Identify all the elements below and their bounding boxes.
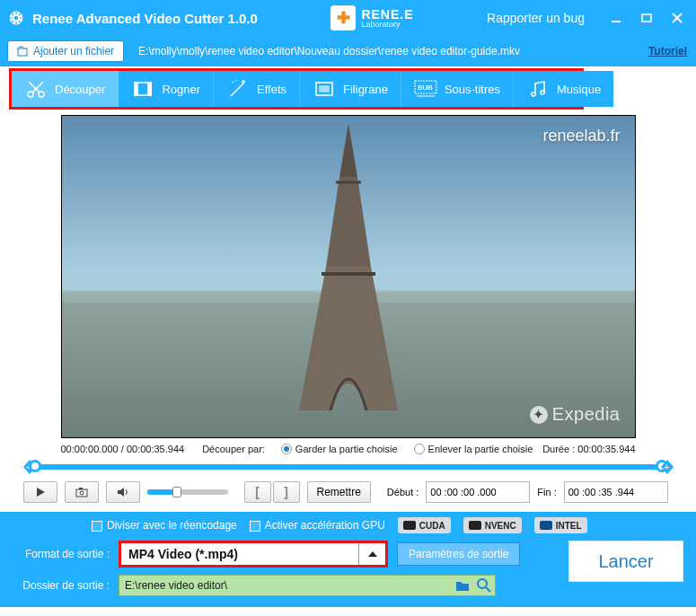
- open-folder-icon[interactable]: [473, 575, 495, 596]
- output-format-value: MP4 Video (*.mp4): [121, 547, 358, 561]
- main-area: reneelab.fr ✦ Expedia 00:00:00.000 / 00:…: [0, 111, 696, 503]
- tab-crop[interactable]: Rogner: [119, 71, 214, 107]
- tab-cut[interactable]: Découper: [12, 71, 119, 107]
- radio-remove[interactable]: Enlever la partie choisie: [414, 444, 533, 454]
- tutorial-link[interactable]: Tutoriel: [648, 45, 687, 57]
- svg-marker-27: [37, 488, 45, 497]
- checkbox-split-reencode[interactable]: Diviser avec le réencodage: [92, 519, 237, 532]
- svg-line-34: [486, 587, 490, 592]
- badge-intel: INTEL: [534, 517, 587, 533]
- tab-subtitles-label: Sous-titres: [445, 83, 500, 96]
- watermark-icon: [313, 77, 336, 101]
- add-file-icon: [17, 46, 28, 57]
- nvidia-icon: [469, 521, 481, 530]
- brand-logo: ✚ RENE.E Laboratory: [330, 5, 413, 31]
- start-time-input[interactable]: [426, 481, 530, 503]
- add-file-button[interactable]: Ajouter un fichier: [7, 40, 124, 62]
- start-label: Début :: [387, 487, 418, 497]
- app-icon: [7, 9, 25, 27]
- output-folder-row: Dossier de sortie : E:\renee video edito…: [13, 575, 559, 596]
- svg-text:SUB: SUB: [418, 84, 433, 92]
- tab-music-label: Musique: [557, 83, 601, 96]
- editing-tabs: Découper Rogner Effets Filigrane SUB Sou…: [9, 68, 584, 110]
- add-file-label: Ajouter un fichier: [33, 45, 114, 57]
- timeline-slider[interactable]: + +: [23, 458, 674, 476]
- file-row: Ajouter un fichier E:\molly\molly\renee …: [0, 36, 696, 66]
- wand-icon: [226, 77, 250, 101]
- expedia-watermark: ✦ Expedia: [530, 404, 621, 425]
- svg-marker-31: [118, 488, 124, 497]
- svg-rect-28: [76, 489, 87, 497]
- svg-point-33: [478, 579, 487, 588]
- badge-cuda: CUDA: [398, 517, 451, 533]
- output-format-label: Format de sortie :: [13, 548, 110, 560]
- maximize-button[interactable]: [631, 3, 662, 33]
- file-path: E:\molly\molly\renee video editor\Nouvea…: [138, 45, 634, 57]
- svg-rect-15: [320, 86, 329, 92]
- mark-out-button[interactable]: ]: [273, 481, 300, 503]
- output-format-select[interactable]: MP4 Video (*.mp4): [119, 541, 388, 568]
- browse-folder-icon[interactable]: [452, 575, 473, 596]
- output-folder-label: Dossier de sortie :: [13, 579, 110, 592]
- playback-controls: [ ] Remettre Début : Fin :: [23, 481, 674, 503]
- slider-handle-end-icon[interactable]: +: [659, 458, 675, 476]
- crop-icon: [131, 77, 154, 101]
- preview-watermark: reneelab.fr: [542, 127, 620, 145]
- titlebar: Renee Advanced Video Cutter 1.0.0 ✚ RENE…: [0, 0, 696, 36]
- tab-cut-label: Découper: [55, 83, 105, 96]
- badge-nvenc: NVENC: [463, 517, 522, 533]
- time-options-row: 00:00:00.000 / 00:00:35.944 Découper par…: [61, 444, 636, 454]
- cut-by-label: Découper par:: [202, 444, 265, 454]
- mark-in-button[interactable]: [: [244, 481, 271, 503]
- output-folder-value: E:\renee video editor\: [119, 579, 452, 592]
- encoding-options-row: Diviser avec le réencodage Activer accél…: [13, 517, 683, 533]
- svg-rect-12: [135, 83, 137, 95]
- volume-slider[interactable]: [147, 489, 228, 495]
- svg-point-1: [14, 16, 19, 21]
- output-folder-field[interactable]: E:\renee video editor\: [119, 575, 496, 596]
- minimize-button[interactable]: [601, 3, 631, 33]
- volume-button[interactable]: [106, 481, 140, 503]
- output-params-button[interactable]: Paramètres de sortie: [397, 542, 520, 566]
- svg-rect-3: [642, 14, 651, 22]
- checkbox-gpu-accel[interactable]: Activer accélération GPU: [250, 519, 385, 532]
- svg-rect-6: [18, 48, 27, 56]
- radio-keep[interactable]: Garder la partie choisie: [281, 444, 398, 454]
- svg-text:+: +: [664, 462, 669, 472]
- duration-display: Durée : 00:00:35.944: [542, 444, 635, 454]
- tabs-wrap: Découper Rogner Effets Filigrane SUB Sou…: [0, 66, 696, 111]
- radio-icon-checked: [281, 444, 292, 454]
- tab-effects-label: Effets: [257, 83, 286, 96]
- tab-crop-label: Rogner: [162, 83, 200, 96]
- end-label: Fin :: [537, 487, 556, 497]
- video-preview[interactable]: reneelab.fr ✦ Expedia: [61, 115, 636, 438]
- svg-rect-30: [79, 488, 83, 489]
- music-icon: [526, 77, 550, 101]
- brand-sub: Laboratory: [361, 20, 413, 29]
- tab-effects[interactable]: Effets: [214, 71, 300, 107]
- intel-icon: [540, 521, 552, 530]
- play-button[interactable]: [23, 481, 57, 503]
- reset-button[interactable]: Remettre: [307, 481, 371, 503]
- report-bug-link[interactable]: Rapporter un bug: [487, 11, 585, 25]
- tab-subtitles[interactable]: SUB Sous-titres: [401, 71, 514, 107]
- svg-point-20: [541, 91, 544, 94]
- close-button[interactable]: [662, 3, 692, 33]
- snapshot-button[interactable]: [65, 481, 99, 503]
- end-time-input[interactable]: [564, 481, 668, 503]
- svg-point-19: [532, 92, 535, 96]
- tab-music[interactable]: Musique: [514, 71, 613, 107]
- svg-point-29: [80, 491, 84, 495]
- expedia-icon: ✦: [530, 406, 548, 424]
- tab-watermark-label: Filigrane: [343, 83, 388, 96]
- subtitles-icon: SUB: [414, 77, 437, 101]
- launch-button[interactable]: Lancer: [568, 541, 683, 582]
- chevron-up-icon[interactable]: [358, 543, 385, 565]
- expedia-text: Expedia: [552, 404, 621, 425]
- radio-icon: [414, 444, 425, 454]
- slider-handle-left[interactable]: [29, 460, 41, 472]
- time-counter: 00:00:00.000 / 00:00:35.944: [61, 444, 185, 454]
- tab-watermark[interactable]: Filigrane: [300, 71, 401, 107]
- scissors-icon: [24, 77, 48, 101]
- svg-rect-13: [148, 83, 151, 95]
